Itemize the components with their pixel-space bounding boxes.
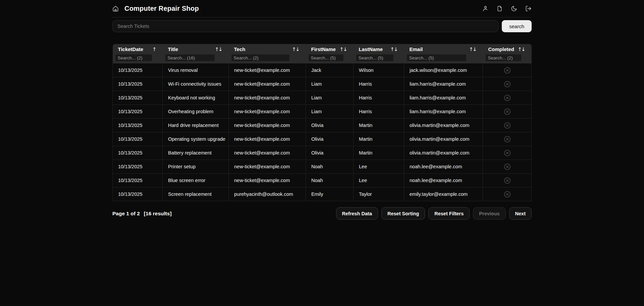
logout-icon[interactable] <box>525 5 532 12</box>
cell-ticket-date: 10/13/2025 <box>113 187 163 201</box>
ticket-row[interactable]: 10/13/2025Wi-Fi connectivity issuesnew-t… <box>113 77 532 91</box>
cell-ticket-date: 10/13/2025 <box>113 146 163 160</box>
cell-completed <box>483 132 532 146</box>
ticket-row[interactable]: 10/13/2025Hard drive replacementnew-tick… <box>113 119 532 132</box>
cell-email: noah.lee@example.com <box>404 174 483 187</box>
completed-circle-x-icon[interactable] <box>503 163 511 171</box>
completed-circle-x-icon[interactable] <box>503 67 511 74</box>
cell-completed <box>483 119 532 132</box>
ticket-row[interactable]: 10/13/2025Operating system upgradenew-ti… <box>113 132 532 146</box>
completed-circle-x-icon[interactable] <box>503 108 511 116</box>
cell-email: olivia.martin@example.com <box>404 132 483 146</box>
completed-circle-x-icon[interactable] <box>503 190 511 198</box>
completed-circle-x-icon[interactable] <box>503 94 511 102</box>
cell-ticket-tech: new-ticket@example.com <box>229 63 306 77</box>
cell-first-name: Liam <box>306 91 354 105</box>
sort-both-icon[interactable]: ↑↓ <box>339 46 346 52</box>
filter-input-email[interactable] <box>407 54 466 61</box>
cell-email: emily.taylor@example.com <box>404 187 483 201</box>
table-footer: Page 1 of 2 [16 results] Refresh Data Re… <box>112 207 532 220</box>
cell-last-name: Martin <box>354 132 404 146</box>
cell-first-name: Liam <box>306 77 354 91</box>
column-header-email[interactable]: Email↑↓ <box>404 44 483 54</box>
column-label: Tech <box>234 46 246 52</box>
completed-circle-x-icon[interactable] <box>503 80 511 88</box>
search-button[interactable]: search <box>502 20 532 32</box>
completed-circle-x-icon[interactable] <box>503 149 511 157</box>
filter-input-ticketdate[interactable] <box>115 54 152 61</box>
sort-both-icon[interactable]: ↑↓ <box>215 46 222 52</box>
column-header-completed[interactable]: Completed↑↓ <box>483 44 532 54</box>
cell-first-name: Liam <box>306 105 354 119</box>
cell-ticket-date: 10/13/2025 <box>113 105 163 119</box>
ticket-row[interactable]: 10/13/2025Screen replacementpurehyacinth… <box>113 187 532 201</box>
ticket-row[interactable]: 10/13/2025Battery replacementnew-ticket@… <box>113 146 532 160</box>
file-icon[interactable] <box>496 5 503 12</box>
cell-last-name: Martin <box>354 119 404 132</box>
completed-circle-x-icon[interactable] <box>503 177 511 184</box>
search-input[interactable] <box>112 20 498 32</box>
moon-icon[interactable] <box>511 5 517 12</box>
cell-ticket-date: 10/13/2025 <box>113 160 163 174</box>
cell-completed <box>483 146 532 160</box>
cell-email: jack.wilson@example.com <box>404 63 483 77</box>
ticket-row[interactable]: 10/13/2025Overheating problemnew-ticket@… <box>113 105 532 119</box>
cell-ticket-date: 10/13/2025 <box>113 63 163 77</box>
nav-right <box>482 5 532 12</box>
cell-ticket-date: 10/13/2025 <box>113 77 163 91</box>
column-label: FirstName <box>311 46 336 52</box>
filter-cell-tech <box>229 54 306 63</box>
cell-last-name: Wilson <box>354 63 404 77</box>
pagination-status: Page 1 of 2 [16 results] <box>112 211 172 217</box>
column-label: Email <box>410 46 423 52</box>
cell-last-name: Harris <box>354 91 404 105</box>
cell-ticket-tech: new-ticket@example.com <box>229 105 306 119</box>
sort-asc-icon[interactable]: ↑ <box>152 46 156 52</box>
ticket-row[interactable]: 10/13/2025Blue screen errornew-ticket@ex… <box>113 174 532 187</box>
ticket-row[interactable]: 10/13/2025Keyboard not workingnew-ticket… <box>113 91 532 105</box>
refresh-data-button[interactable]: Refresh Data <box>336 207 378 220</box>
completed-circle-x-icon[interactable] <box>503 122 511 129</box>
cell-email: noah.lee@example.com <box>404 160 483 174</box>
filter-cell-firstname <box>306 54 354 63</box>
ticket-row[interactable]: 10/13/2025Virus removalnew-ticket@exampl… <box>113 63 532 77</box>
sort-both-icon[interactable]: ↑↓ <box>518 46 525 52</box>
filter-input-tech[interactable] <box>231 54 289 61</box>
previous-page-button[interactable]: Previous <box>473 207 505 220</box>
sort-both-icon[interactable]: ↑↓ <box>469 46 476 52</box>
cell-ticket-tech: new-ticket@example.com <box>229 146 306 160</box>
cell-last-name: Lee <box>354 174 404 187</box>
column-header-title[interactable]: Title↑↓ <box>163 44 229 54</box>
cell-ticket-title: Battery replacement <box>163 146 229 160</box>
cell-ticket-title: Hard drive replacement <box>163 119 229 132</box>
cell-completed <box>483 77 532 91</box>
filter-input-completed[interactable] <box>486 54 522 61</box>
reset-sorting-button[interactable]: Reset Sorting <box>381 207 425 220</box>
column-header-firstname[interactable]: FirstName↑↓ <box>306 44 354 54</box>
filter-input-firstname[interactable] <box>309 54 344 61</box>
cell-first-name: Emily <box>306 187 354 201</box>
column-header-ticketdate[interactable]: TicketDate↑ <box>113 44 163 54</box>
sort-both-icon[interactable]: ↑↓ <box>390 46 397 52</box>
cell-ticket-tech: new-ticket@example.com <box>229 174 306 187</box>
completed-circle-x-icon[interactable] <box>503 135 511 143</box>
cell-ticket-tech: new-ticket@example.com <box>229 77 306 91</box>
column-header-tech[interactable]: Tech↑↓ <box>229 44 306 54</box>
cell-ticket-title: Operating system upgrade <box>163 132 229 146</box>
ticket-row[interactable]: 10/13/2025Printer setupnew-ticket@exampl… <box>113 160 532 174</box>
cell-completed <box>483 160 532 174</box>
next-page-button[interactable]: Next <box>509 207 532 220</box>
column-header-lastname[interactable]: LastName↑↓ <box>354 44 404 54</box>
reset-filters-button[interactable]: Reset Filters <box>428 207 470 220</box>
column-label: LastName <box>359 46 383 52</box>
cell-ticket-title: Wi-Fi connectivity issues <box>163 77 229 91</box>
cell-ticket-title: Overheating problem <box>163 105 229 119</box>
footer-buttons: Refresh Data Reset Sorting Reset Filters… <box>336 207 532 220</box>
cell-ticket-title: Virus removal <box>163 63 229 77</box>
filter-input-title[interactable] <box>165 54 215 61</box>
user-icon[interactable] <box>482 5 488 12</box>
home-icon[interactable] <box>112 5 119 12</box>
sort-both-icon[interactable]: ↑↓ <box>292 46 299 52</box>
cell-completed <box>483 91 532 105</box>
filter-input-lastname[interactable] <box>356 54 394 61</box>
